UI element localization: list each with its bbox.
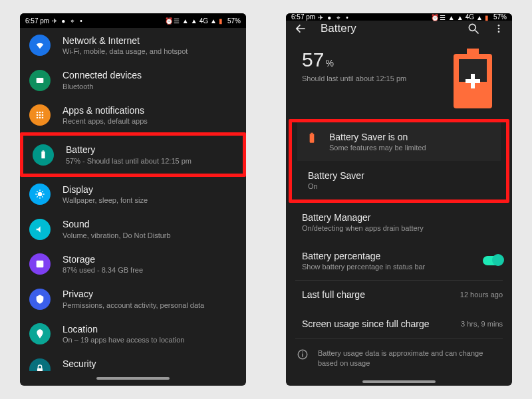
battery-percentage-row[interactable]: Battery percentage Show battery percenta… (286, 241, 512, 280)
settings-item-privacy[interactable]: PrivacyPermissions, account activity, pe… (20, 281, 246, 316)
svg-point-7 (37, 117, 39, 119)
svg-rect-31 (302, 351, 303, 352)
signal2-icon: ▲ (191, 17, 198, 24)
svg-point-18 (498, 25, 500, 27)
svg-rect-26 (466, 79, 480, 83)
settings-screen: 6:57 pm ✈ ● ⌖ • ⏰ ☰ ▲ ▲ 4G ▲ ▮ 57% Netwo… (20, 13, 246, 386)
battery-hero[interactable]: 57% Should last until about 12:15 pm (286, 37, 512, 119)
search-icon[interactable] (467, 22, 480, 35)
more-notif-icon: • (80, 17, 86, 24)
display-icon (29, 184, 51, 205)
svg-point-1 (37, 112, 39, 114)
battery-icon: ▮ (485, 14, 491, 21)
sound-icon (29, 219, 51, 240)
svg-rect-10 (41, 151, 45, 158)
battery-pct: 57% (227, 17, 241, 25)
svg-rect-13 (37, 261, 44, 268)
status-bar: 6:57 pm ✈ ● ⌖ • ⏰ ☰ ▲ ▲ 4G ▲ ▮ 57% (20, 13, 246, 28)
battery-icon: ▮ (219, 17, 225, 24)
location-status-icon: ⌖ (336, 14, 343, 21)
status-time: 6:57 pm (291, 13, 315, 21)
settings-item-sound[interactable]: SoundVolume, vibration, Do Not Disturb (20, 211, 246, 246)
battery-note: Battery usage data is approximate and ca… (286, 339, 512, 378)
settings-item-apps[interactable]: Apps & notificationsRecent apps, default… (20, 98, 246, 132)
svg-rect-0 (37, 78, 44, 83)
svg-point-4 (37, 114, 39, 116)
screen-usage-value: 3 hrs, 9 mins (461, 320, 503, 328)
security-icon (29, 358, 51, 371)
battery-manager-row[interactable]: Battery Manager On/detecting when apps d… (286, 203, 512, 241)
battery-estimate: Should last until about 12:15 pm (302, 74, 406, 84)
settings-item-security[interactable]: SecurityScreen lock, fingerprint (20, 351, 246, 371)
svg-rect-28 (311, 133, 313, 134)
telegram-icon: ✈ (52, 17, 59, 24)
settings-item-location[interactable]: LocationOn – 19 apps have access to loca… (20, 317, 246, 351)
svg-point-2 (39, 112, 41, 114)
info-icon (297, 348, 309, 360)
pct-unit: % (325, 58, 333, 68)
signal2-icon: ▲ (457, 14, 464, 21)
svg-point-8 (39, 117, 41, 119)
alarm-icon: ⏰ (431, 14, 438, 21)
svg-point-16 (469, 24, 475, 31)
battery-screen: 6:57 pm ✈ ● ⌖ • ⏰ ☰ ▲ ▲ 4G ▲ ▮ 57% Batte… (286, 13, 512, 386)
network-type: 4G (466, 13, 474, 21)
volte-icon: ☰ (440, 14, 446, 21)
gesture-nav[interactable] (286, 378, 512, 386)
note-text: Battery usage data is approximate and ca… (318, 348, 501, 369)
svg-point-5 (39, 114, 41, 116)
svg-point-19 (498, 28, 500, 30)
signal-icon: ▲ (182, 17, 189, 24)
status-time: 6:57 pm (25, 17, 49, 25)
last-charge-value: 12 hours ago (460, 291, 503, 299)
battery-graphic-icon (450, 49, 496, 110)
svg-rect-14 (37, 368, 43, 371)
overflow-icon[interactable] (493, 22, 504, 35)
back-icon[interactable] (294, 22, 307, 35)
privacy-icon (29, 289, 51, 310)
battery-saver-row[interactable]: Battery Saver On (292, 161, 506, 200)
svg-point-6 (42, 114, 44, 116)
more-notif-icon: • (346, 14, 352, 21)
page-title: Battery (321, 22, 454, 35)
settings-item-display[interactable]: DisplayWallpaper, sleep, font size (20, 177, 246, 211)
svg-rect-27 (310, 134, 315, 142)
volte-icon: ☰ (174, 17, 180, 24)
battery-percentage: 57 (302, 49, 324, 70)
battery-pct: 57% (493, 13, 507, 21)
settings-item-connected[interactable]: Connected devicesBluetooth (20, 63, 246, 97)
apps-icon (29, 104, 51, 126)
svg-line-17 (475, 31, 479, 34)
highlight-saver-block: Battery Saver is on Some features may be… (289, 119, 509, 203)
gesture-nav[interactable] (20, 371, 246, 386)
svg-point-20 (498, 31, 500, 33)
svg-rect-11 (43, 150, 45, 151)
app-bar: Battery (286, 21, 512, 37)
battery-saver-on-row[interactable]: Battery Saver is on Some features may be… (297, 122, 501, 161)
alarm-icon: ⏰ (165, 17, 172, 24)
signal-icon: ▲ (448, 14, 455, 21)
signal3-icon: ▲ (476, 14, 483, 21)
screen-usage-row[interactable]: Screen usage since full charge 3 hrs, 9 … (286, 309, 512, 338)
location-status-icon: ⌖ (70, 17, 77, 24)
network-type: 4G (200, 17, 208, 25)
location-icon (29, 323, 51, 344)
whatsapp-icon: ● (61, 17, 68, 24)
svg-point-12 (38, 192, 43, 197)
battery-percentage-toggle[interactable] (483, 256, 503, 265)
battery-saver-small-icon (305, 132, 319, 145)
telegram-icon: ✈ (318, 14, 325, 21)
wifi-icon (29, 35, 51, 56)
settings-list[interactable]: Network & InternetWi-Fi, mobile, data us… (20, 28, 246, 371)
settings-item-battery[interactable]: Battery57% - Should last until about 12:… (23, 136, 243, 173)
svg-point-3 (42, 112, 44, 114)
svg-rect-30 (302, 353, 303, 356)
svg-rect-21 (467, 49, 479, 54)
whatsapp-icon: ● (327, 14, 334, 21)
settings-item-storage[interactable]: Storage87% used - 8.34 GB free (20, 247, 246, 281)
signal3-icon: ▲ (210, 17, 217, 24)
devices-icon (29, 70, 51, 91)
settings-item-network[interactable]: Network & InternetWi-Fi, mobile, data us… (20, 28, 246, 63)
last-full-charge-row[interactable]: Last full charge 12 hours ago (286, 280, 512, 309)
battery-icon (33, 144, 54, 166)
